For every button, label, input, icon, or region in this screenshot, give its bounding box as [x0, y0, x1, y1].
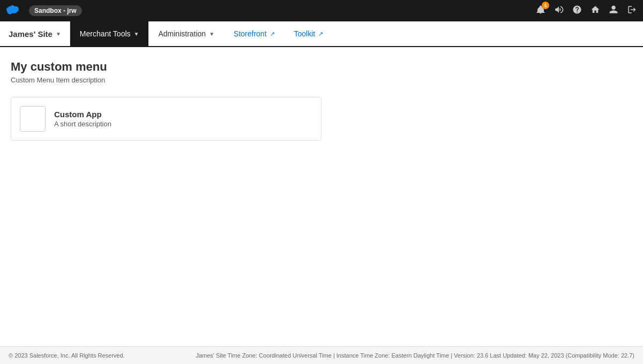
top-bar-right: 1	[536, 5, 637, 17]
custom-app-card[interactable]: Custom App A short description	[11, 97, 322, 141]
site-selector[interactable]: James' Site ▼	[0, 21, 70, 46]
storefront-external-icon: ↗	[270, 31, 275, 37]
app-icon	[20, 106, 46, 132]
app-info: Custom App A short description	[54, 110, 111, 128]
toolkit-external-icon: ↗	[318, 31, 323, 37]
logout-icon[interactable]	[627, 5, 637, 17]
nav-item-storefront[interactable]: Storefront ↗	[224, 21, 284, 46]
merchant-tools-chevron-icon: ▼	[134, 31, 139, 37]
top-bar: Sandbox - jrw 1	[0, 0, 643, 21]
home-icon[interactable]	[590, 5, 600, 17]
footer-copyright: © 2023 Salesforce, Inc. All Rights Reser…	[9, 352, 125, 359]
nav-bar: James' Site ▼ Merchant Tools ▼ Administr…	[0, 21, 643, 47]
administration-label: Administration	[158, 29, 206, 38]
megaphone-icon[interactable]	[554, 5, 564, 17]
notification-count: 1	[542, 2, 549, 9]
merchant-tools-label: Merchant Tools	[80, 29, 131, 38]
storefront-label: Storefront	[234, 29, 266, 38]
nav-item-merchant-tools[interactable]: Merchant Tools ▼	[70, 21, 149, 46]
nav-item-toolkit[interactable]: Toolkit ↗	[285, 21, 333, 46]
salesforce-logo-icon	[6, 5, 24, 17]
svg-rect-3	[8, 10, 17, 13]
user-icon[interactable]	[609, 5, 618, 17]
app-description: A short description	[54, 120, 111, 128]
page-title: My custom menu	[11, 60, 632, 74]
footer: © 2023 Salesforce, Inc. All Rights Reser…	[0, 346, 643, 364]
administration-chevron-icon: ▼	[209, 31, 214, 37]
nav-item-administration[interactable]: Administration ▼	[148, 21, 224, 46]
sandbox-badge: Sandbox - jrw	[29, 5, 82, 16]
site-chevron-icon: ▼	[56, 31, 61, 37]
toolkit-label: Toolkit	[294, 29, 316, 38]
help-icon[interactable]	[572, 5, 582, 17]
page-subtitle: Custom Menu Item description	[11, 76, 632, 84]
app-name: Custom App	[54, 110, 111, 119]
main-content: My custom menu Custom Menu Item descript…	[0, 47, 643, 346]
top-bar-left: Sandbox - jrw	[6, 5, 82, 17]
footer-info: James' Site Time Zone: Coordinated Unive…	[196, 352, 634, 359]
notifications-icon[interactable]: 1	[536, 5, 545, 17]
site-name: James' Site	[9, 29, 53, 39]
